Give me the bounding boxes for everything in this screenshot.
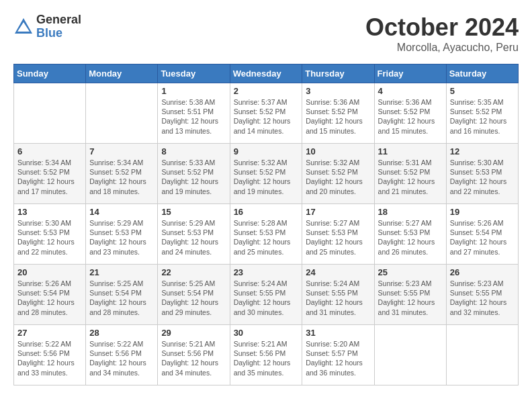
day-info: Sunrise: 5:34 AM Sunset: 5:52 PM Dayligh… [89, 158, 154, 196]
day-number: 20 [17, 267, 82, 277]
day-info: Sunrise: 5:31 AM Sunset: 5:52 PM Dayligh… [378, 158, 443, 196]
day-info: Sunrise: 5:23 AM Sunset: 5:55 PM Dayligh… [450, 279, 515, 317]
logo-icon [13, 17, 34, 37]
calendar-week-3: 13Sunrise: 5:30 AM Sunset: 5:53 PM Dayli… [14, 204, 519, 265]
day-number: 30 [234, 328, 299, 338]
day-info: Sunrise: 5:30 AM Sunset: 5:53 PM Dayligh… [450, 158, 515, 196]
day-info: Sunrise: 5:32 AM Sunset: 5:52 PM Dayligh… [306, 158, 370, 196]
day-info: Sunrise: 5:22 AM Sunset: 5:56 PM Dayligh… [89, 339, 154, 377]
calendar-cell: 26Sunrise: 5:23 AM Sunset: 5:55 PM Dayli… [446, 265, 518, 325]
calendar-cell: 13Sunrise: 5:30 AM Sunset: 5:53 PM Dayli… [14, 204, 86, 265]
day-number: 9 [234, 146, 299, 156]
day-number: 23 [234, 267, 299, 277]
day-number: 15 [161, 207, 226, 217]
calendar-cell: 12Sunrise: 5:30 AM Sunset: 5:53 PM Dayli… [446, 144, 518, 204]
day-number: 26 [450, 267, 515, 277]
calendar-cell: 31Sunrise: 5:20 AM Sunset: 5:57 PM Dayli… [302, 325, 374, 385]
calendar-cell: 20Sunrise: 5:26 AM Sunset: 5:54 PM Dayli… [14, 265, 86, 325]
calendar-table: SundayMondayTuesdayWednesdayThursdayFrid… [13, 64, 519, 385]
day-number: 11 [378, 146, 443, 156]
day-info: Sunrise: 5:36 AM Sunset: 5:52 PM Dayligh… [378, 97, 443, 136]
day-info: Sunrise: 5:37 AM Sunset: 5:52 PM Dayligh… [234, 97, 299, 136]
day-info: Sunrise: 5:28 AM Sunset: 5:53 PM Dayligh… [234, 218, 299, 257]
calendar-cell: 9Sunrise: 5:32 AM Sunset: 5:52 PM Daylig… [230, 144, 302, 204]
calendar-cell: 24Sunrise: 5:24 AM Sunset: 5:55 PM Dayli… [302, 265, 374, 325]
calendar-cell: 7Sunrise: 5:34 AM Sunset: 5:52 PM Daylig… [86, 144, 158, 204]
day-number: 7 [89, 146, 154, 156]
day-number: 21 [89, 267, 154, 277]
day-info: Sunrise: 5:35 AM Sunset: 5:52 PM Dayligh… [450, 97, 515, 136]
calendar-cell: 11Sunrise: 5:31 AM Sunset: 5:52 PM Dayli… [374, 144, 446, 204]
calendar-week-2: 6Sunrise: 5:34 AM Sunset: 5:52 PM Daylig… [14, 144, 519, 204]
logo-general: General [36, 13, 81, 27]
day-info: Sunrise: 5:32 AM Sunset: 5:52 PM Dayligh… [234, 158, 299, 196]
day-header-monday: Monday [86, 64, 158, 83]
header-row: SundayMondayTuesdayWednesdayThursdayFrid… [14, 64, 519, 83]
day-info: Sunrise: 5:24 AM Sunset: 5:55 PM Dayligh… [234, 279, 299, 317]
day-info: Sunrise: 5:24 AM Sunset: 5:55 PM Dayligh… [306, 279, 370, 317]
day-header-sunday: Sunday [14, 64, 86, 83]
calendar-cell [374, 325, 446, 385]
calendar-cell [14, 83, 86, 144]
calendar-cell: 1Sunrise: 5:38 AM Sunset: 5:51 PM Daylig… [158, 83, 230, 144]
day-number: 27 [17, 328, 82, 338]
day-info: Sunrise: 5:29 AM Sunset: 5:53 PM Dayligh… [161, 218, 226, 257]
calendar-week-4: 20Sunrise: 5:26 AM Sunset: 5:54 PM Dayli… [14, 265, 519, 325]
calendar-cell: 3Sunrise: 5:36 AM Sunset: 5:52 PM Daylig… [302, 83, 374, 144]
calendar-cell: 25Sunrise: 5:23 AM Sunset: 5:55 PM Dayli… [374, 265, 446, 325]
day-number: 17 [306, 207, 370, 217]
day-number: 28 [89, 328, 154, 338]
calendar-cell: 18Sunrise: 5:27 AM Sunset: 5:53 PM Dayli… [374, 204, 446, 265]
day-number: 16 [234, 207, 299, 217]
day-number: 8 [161, 146, 226, 156]
logo-text: General Blue [36, 13, 81, 40]
calendar-cell: 16Sunrise: 5:28 AM Sunset: 5:53 PM Dayli… [230, 204, 302, 265]
day-info: Sunrise: 5:36 AM Sunset: 5:52 PM Dayligh… [306, 97, 370, 136]
day-info: Sunrise: 5:30 AM Sunset: 5:53 PM Dayligh… [17, 218, 82, 257]
day-header-wednesday: Wednesday [230, 64, 302, 83]
calendar-cell: 6Sunrise: 5:34 AM Sunset: 5:52 PM Daylig… [14, 144, 86, 204]
day-number: 6 [17, 146, 82, 156]
day-info: Sunrise: 5:23 AM Sunset: 5:55 PM Dayligh… [378, 279, 443, 317]
location-subtitle: Morcolla, Ayacucho, Peru [365, 42, 519, 54]
day-info: Sunrise: 5:29 AM Sunset: 5:53 PM Dayligh… [89, 218, 154, 257]
day-info: Sunrise: 5:26 AM Sunset: 5:54 PM Dayligh… [17, 279, 82, 317]
calendar-cell: 29Sunrise: 5:21 AM Sunset: 5:56 PM Dayli… [158, 325, 230, 385]
calendar-cell: 17Sunrise: 5:27 AM Sunset: 5:53 PM Dayli… [302, 204, 374, 265]
day-info: Sunrise: 5:25 AM Sunset: 5:54 PM Dayligh… [161, 279, 226, 317]
day-number: 19 [450, 207, 515, 217]
day-number: 14 [89, 207, 154, 217]
calendar-cell: 30Sunrise: 5:21 AM Sunset: 5:56 PM Dayli… [230, 325, 302, 385]
month-title: October 2024 [365, 13, 519, 42]
title-section: October 2024 Morcolla, Ayacucho, Peru [365, 13, 519, 54]
calendar-cell: 21Sunrise: 5:25 AM Sunset: 5:54 PM Dayli… [86, 265, 158, 325]
calendar-cell: 2Sunrise: 5:37 AM Sunset: 5:52 PM Daylig… [230, 83, 302, 144]
day-number: 2 [234, 86, 299, 96]
calendar-week-5: 27Sunrise: 5:22 AM Sunset: 5:56 PM Dayli… [14, 325, 519, 385]
day-info: Sunrise: 5:21 AM Sunset: 5:56 PM Dayligh… [161, 339, 226, 377]
day-info: Sunrise: 5:33 AM Sunset: 5:52 PM Dayligh… [161, 158, 226, 196]
logo-blue: Blue [36, 27, 81, 40]
calendar-body: 1Sunrise: 5:38 AM Sunset: 5:51 PM Daylig… [14, 83, 519, 385]
calendar-week-1: 1Sunrise: 5:38 AM Sunset: 5:51 PM Daylig… [14, 83, 519, 144]
calendar-cell: 28Sunrise: 5:22 AM Sunset: 5:56 PM Dayli… [86, 325, 158, 385]
day-header-tuesday: Tuesday [158, 64, 230, 83]
day-info: Sunrise: 5:20 AM Sunset: 5:57 PM Dayligh… [306, 339, 370, 377]
calendar-cell [86, 83, 158, 144]
calendar-cell [446, 325, 518, 385]
calendar-cell: 15Sunrise: 5:29 AM Sunset: 5:53 PM Dayli… [158, 204, 230, 265]
calendar-cell: 19Sunrise: 5:26 AM Sunset: 5:54 PM Dayli… [446, 204, 518, 265]
day-number: 31 [306, 328, 370, 338]
day-number: 13 [17, 207, 82, 217]
day-info: Sunrise: 5:27 AM Sunset: 5:53 PM Dayligh… [306, 218, 370, 257]
calendar-cell: 10Sunrise: 5:32 AM Sunset: 5:52 PM Dayli… [302, 144, 374, 204]
day-header-friday: Friday [374, 64, 446, 83]
day-info: Sunrise: 5:26 AM Sunset: 5:54 PM Dayligh… [450, 218, 515, 257]
day-info: Sunrise: 5:22 AM Sunset: 5:56 PM Dayligh… [17, 339, 82, 377]
calendar-cell: 4Sunrise: 5:36 AM Sunset: 5:52 PM Daylig… [374, 83, 446, 144]
day-info: Sunrise: 5:27 AM Sunset: 5:53 PM Dayligh… [378, 218, 443, 257]
day-header-thursday: Thursday [302, 64, 374, 83]
day-number: 5 [450, 86, 515, 96]
day-info: Sunrise: 5:21 AM Sunset: 5:56 PM Dayligh… [234, 339, 299, 377]
calendar-cell: 23Sunrise: 5:24 AM Sunset: 5:55 PM Dayli… [230, 265, 302, 325]
